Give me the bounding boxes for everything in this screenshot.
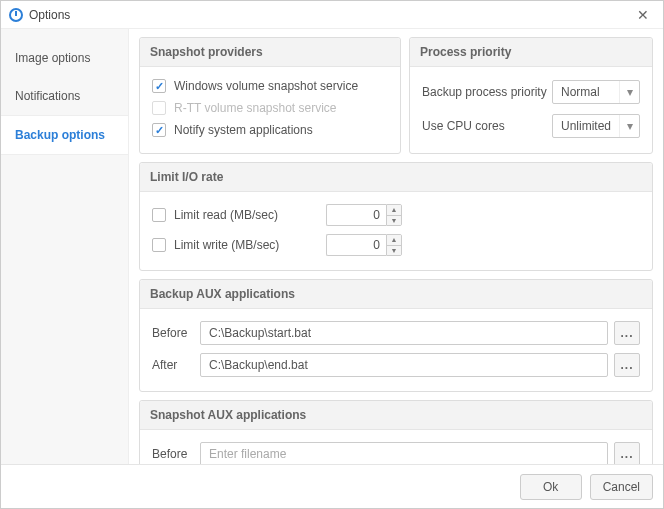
option-rtt-vss: R-TT volume snapshot service: [152, 97, 388, 119]
panel-snapshot-providers: Snapshot providers Windows volume snapsh…: [139, 37, 401, 154]
option-label: Windows volume snapshot service: [174, 79, 358, 93]
backup-aux-before-input[interactable]: [200, 321, 608, 345]
checkbox-icon[interactable]: [152, 79, 166, 93]
option-windows-vss[interactable]: Windows volume snapshot service: [152, 75, 388, 97]
body: Image options Notifications Backup optio…: [1, 29, 663, 464]
panel-header: Limit I/O rate: [140, 163, 652, 192]
backup-aux-after-input[interactable]: [200, 353, 608, 377]
close-icon[interactable]: ✕: [631, 5, 655, 25]
panel-header: Process priority: [410, 38, 652, 67]
panel-snapshot-aux: Snapshot AUX applications Before ... Aft…: [139, 400, 653, 464]
spinner-up-icon[interactable]: ▲: [387, 235, 401, 245]
panel-limit-io: Limit I/O rate Limit read (MB/sec) ▲: [139, 162, 653, 271]
cores-select[interactable]: Unlimited ▾: [552, 114, 640, 138]
content: Snapshot providers Windows volume snapsh…: [129, 29, 663, 464]
panel-backup-aux: Backup AUX applications Before ... After…: [139, 279, 653, 392]
ok-button[interactable]: Ok: [520, 474, 582, 500]
spinner: ▲ ▼: [386, 234, 402, 256]
select-value: Unlimited: [553, 119, 619, 133]
window-title: Options: [29, 8, 70, 22]
limit-read-input[interactable]: [326, 204, 386, 226]
panel-process-priority: Process priority Backup process priority…: [409, 37, 653, 154]
browse-button[interactable]: ...: [614, 442, 640, 464]
limit-write-option[interactable]: Limit write (MB/sec): [152, 238, 322, 252]
panel-header: Backup AUX applications: [140, 280, 652, 309]
priority-select[interactable]: Normal ▾: [552, 80, 640, 104]
cores-label: Use CPU cores: [422, 119, 552, 133]
option-label: R-TT volume snapshot service: [174, 101, 337, 115]
option-label: Limit write (MB/sec): [174, 238, 279, 252]
option-label: Notify system applications: [174, 123, 313, 137]
sidebar: Image options Notifications Backup optio…: [1, 29, 129, 464]
browse-button[interactable]: ...: [614, 321, 640, 345]
cancel-button[interactable]: Cancel: [590, 474, 653, 500]
limit-write-input[interactable]: [326, 234, 386, 256]
option-notify-apps[interactable]: Notify system applications: [152, 119, 388, 141]
browse-button[interactable]: ...: [614, 353, 640, 377]
select-value: Normal: [553, 85, 619, 99]
svg-rect-1: [15, 11, 17, 16]
priority-label: Backup process priority: [422, 85, 552, 99]
checkbox-icon[interactable]: [152, 123, 166, 137]
limit-read-option[interactable]: Limit read (MB/sec): [152, 208, 322, 222]
chevron-down-icon: ▾: [619, 115, 639, 137]
sidebar-item-backup-options[interactable]: Backup options: [1, 115, 128, 155]
spinner-down-icon[interactable]: ▼: [387, 215, 401, 226]
checkbox-icon: [152, 101, 166, 115]
sidebar-item-image-options[interactable]: Image options: [1, 39, 128, 77]
before-label: Before: [152, 326, 200, 340]
snapshot-aux-before-input[interactable]: [200, 442, 608, 464]
chevron-down-icon: ▾: [619, 81, 639, 103]
after-label: After: [152, 358, 200, 372]
app-icon: [9, 8, 23, 22]
panel-header: Snapshot providers: [140, 38, 400, 67]
spinner-down-icon[interactable]: ▼: [387, 245, 401, 256]
sidebar-item-notifications[interactable]: Notifications: [1, 77, 128, 115]
footer: Ok Cancel: [1, 464, 663, 508]
checkbox-icon[interactable]: [152, 208, 166, 222]
spinner-up-icon[interactable]: ▲: [387, 205, 401, 215]
before-label: Before: [152, 447, 200, 461]
checkbox-icon[interactable]: [152, 238, 166, 252]
panel-header: Snapshot AUX applications: [140, 401, 652, 430]
titlebar: Options ✕: [1, 1, 663, 29]
spinner: ▲ ▼: [386, 204, 402, 226]
options-window: Options ✕ Image options Notifications Ba…: [0, 0, 664, 509]
option-label: Limit read (MB/sec): [174, 208, 278, 222]
